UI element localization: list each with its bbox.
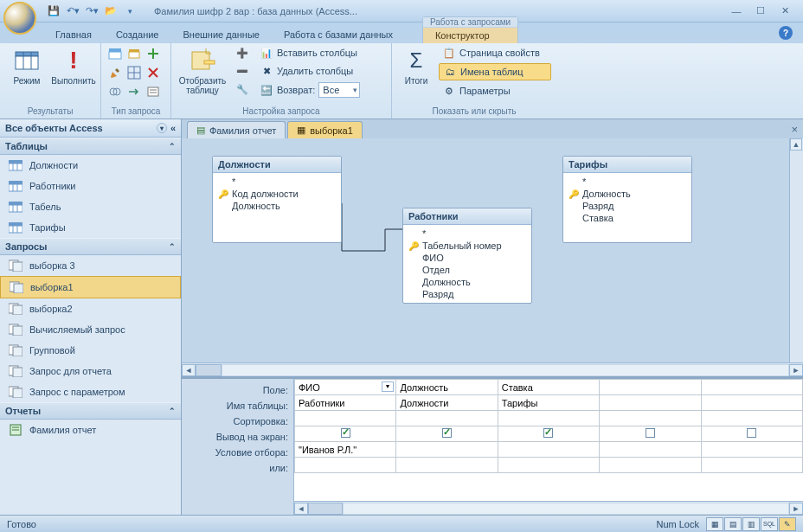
office-button[interactable] [3,2,36,35]
insert-rows-button[interactable]: ➕ [232,45,253,61]
show-checkbox[interactable] [747,428,756,438]
doc-close-button[interactable]: × [791,123,798,136]
help-icon[interactable]: ? [779,26,793,40]
union-query-icon[interactable] [108,85,122,99]
tab-external[interactable]: Внешние данные [171,26,272,43]
grid-cell[interactable]: Работники [295,395,396,411]
save-icon[interactable]: 💾 [47,4,61,18]
doc-tab-report[interactable]: ▤ Фамилия отчет [187,121,286,138]
grid-cell[interactable] [498,458,599,473]
open-icon[interactable]: 📂 [104,4,118,18]
view-sql-button[interactable]: SQL [761,517,778,531]
field-item[interactable]: Должность [408,276,526,288]
crosstab-query-icon[interactable] [127,66,141,80]
field-key[interactable]: 🔑Код должности [218,188,336,200]
nav-section-tables[interactable]: Таблицы⌃ [0,138,181,155]
nav-item-table[interactable]: Табель [0,196,181,217]
table-names-button[interactable]: 🗂Имена таблиц [439,63,551,80]
qat-dropdown-icon[interactable]: ▾ [123,4,137,18]
grid-cell[interactable] [701,411,802,426]
close-button[interactable]: ✕ [777,5,793,17]
grid-cell[interactable]: "Иванов Р.Л." [295,442,396,458]
field-item[interactable]: ФИО [408,252,526,264]
nav-collapse-icon[interactable]: « [170,123,176,133]
grid-cell[interactable]: ФИО▾ [295,380,396,395]
view-button[interactable]: Режим [5,45,48,87]
grid-cell[interactable] [498,411,599,426]
scroll-right-icon[interactable]: ► [789,503,803,515]
view-datasheet-button[interactable]: ▦ [706,517,723,531]
grid-cell[interactable] [701,442,802,458]
grid-columns[interactable]: ФИО▾ДолжностьСтавкаРаботникиДолжностиТар… [294,379,803,515]
grid-cell[interactable] [295,411,396,426]
nav-section-reports[interactable]: Отчеты⌃ [0,402,181,420]
nav-item-query[interactable]: выборка1 [0,276,181,298]
table-box-tarify[interactable]: Тарифы * 🔑Должность Разряд Ставка [562,156,692,243]
show-checkbox[interactable] [543,428,553,438]
canvas-hscroll[interactable]: ◄ ► [182,362,803,376]
maketable-query-icon[interactable] [127,47,141,61]
doc-tab-query[interactable]: ▦ выборка1 [287,121,363,138]
select-query-icon[interactable] [108,47,122,61]
delete-cols-button[interactable]: ✖Удалить столбцы [256,63,386,79]
grid-cell[interactable] [600,442,701,458]
show-table-button[interactable]: Отобразить таблицу [177,45,228,97]
grid-cell[interactable]: Ставка [498,380,599,395]
field-item[interactable]: Ставка [569,212,686,224]
nav-item-query[interactable]: Групповой [0,340,181,361]
totals-button[interactable]: Σ Итоги [397,45,435,87]
passthrough-query-icon[interactable] [127,85,141,99]
table-box-rabotniki[interactable]: Работники * 🔑Табельный номер ФИО Отдел Д… [402,208,532,304]
nav-item-query[interactable]: выборка2 [0,298,181,319]
property-sheet-button[interactable]: 📋Страница свойств [439,45,551,61]
field-item[interactable]: Должность [218,200,336,212]
grid-cell[interactable] [600,458,701,473]
append-query-icon[interactable] [146,47,160,61]
grid-cell[interactable] [701,380,802,395]
return-dropdown[interactable]: Все [318,82,360,98]
parameters-button[interactable]: ⚙Параметры [439,83,551,99]
nav-item-report[interactable]: Фамилия отчет [0,420,181,440]
scroll-thumb[interactable] [308,503,343,515]
insert-cols-button[interactable]: 📊Вставить столбцы [256,45,386,61]
grid-cell[interactable]: Должность [396,380,498,395]
field-item[interactable]: Разряд [408,288,526,300]
redo-icon[interactable]: ↷▾ [85,4,99,18]
nav-header[interactable]: Все объекты Access ▾« [0,119,181,138]
show-checkbox[interactable] [442,428,452,438]
nav-section-queries[interactable]: Запросы⌃ [0,238,181,255]
grid-cell[interactable]: Должности [396,395,498,411]
scroll-right-icon[interactable]: ► [789,364,803,376]
grid-cell[interactable] [396,458,498,473]
grid-cell[interactable] [600,395,701,411]
nav-item-query[interactable]: Запрос для отчета [0,361,181,381]
delete-query-icon[interactable] [146,66,160,80]
scroll-left-icon[interactable]: ◄ [294,503,308,515]
nav-dropdown-icon[interactable]: ▾ [157,123,167,133]
grid-cell[interactable] [600,411,701,426]
nav-item-table[interactable]: Тарифы [0,217,181,238]
canvas-vscroll[interactable]: ▲ [789,138,803,362]
nav-item-table[interactable]: Должности [0,155,181,176]
grid-hscroll[interactable]: ◄ ► [294,501,803,515]
field-star[interactable]: * [218,176,336,188]
run-button[interactable]: ! Выполнить [52,45,95,87]
grid-cell[interactable] [701,395,802,411]
query-designer[interactable]: Должности * 🔑Код должности Должность Раб… [182,138,803,376]
field-item[interactable]: Отдел [408,264,526,276]
tab-create[interactable]: Создание [104,26,171,43]
grid-cell[interactable] [295,458,396,473]
scroll-up-icon[interactable]: ▲ [790,138,802,151]
grid-cell[interactable] [396,442,498,458]
grid-cell[interactable] [701,458,802,473]
field-star[interactable]: * [408,228,526,240]
tab-home[interactable]: Главная [43,26,104,43]
datadef-query-icon[interactable] [146,85,160,99]
field-key[interactable]: 🔑Табельный номер [408,240,526,252]
field-star[interactable]: * [569,176,686,188]
grid-cell[interactable] [600,380,701,395]
tab-dbtools[interactable]: Работа с базами данных [272,26,405,43]
delete-rows-button[interactable]: ➖ [232,63,253,79]
show-checkbox[interactable] [646,428,655,438]
field-item[interactable]: Разряд [569,200,686,212]
